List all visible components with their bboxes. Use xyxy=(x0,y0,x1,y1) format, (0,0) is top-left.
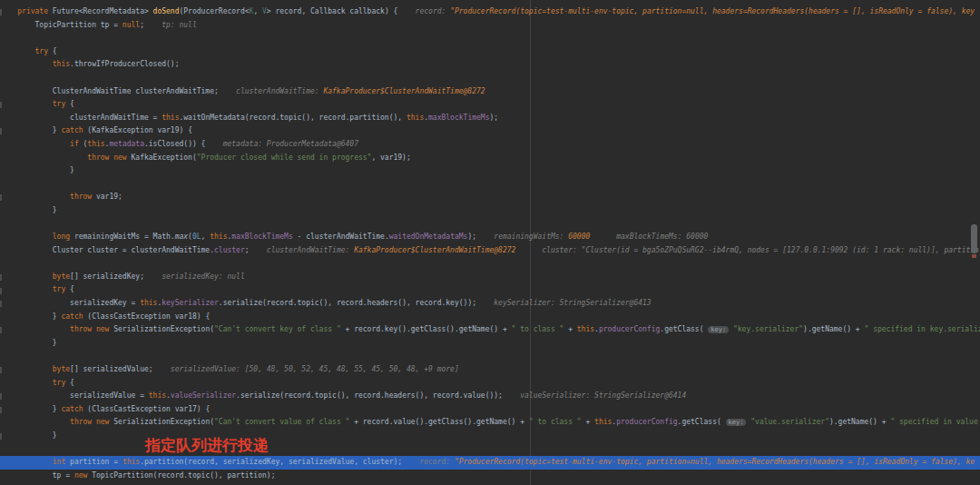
error-stripe-mark xyxy=(972,254,976,258)
code-token: { xyxy=(48,47,57,55)
debugger-inline-hint: serializedKey: null xyxy=(144,272,245,281)
debugger-inline-hint: serializedValue: [50, 48, 50, 52, 45, 48… xyxy=(153,365,459,373)
code-line[interactable]: this.throwIfProducerClosed(); xyxy=(0,58,980,72)
parameter-hint: key: xyxy=(726,419,747,426)
code-line[interactable]: byte[] serializedKey; serializedKey: nul… xyxy=(0,271,980,284)
code-token: " specified in value xyxy=(890,418,977,426)
code-token: " to class " xyxy=(512,325,564,333)
code-token: this xyxy=(87,140,104,148)
code-token: SerializationException( xyxy=(113,325,214,333)
code-token: serializedValue = xyxy=(0,391,149,400)
code-area[interactable]: private Future<RecordMetadata> doSend(Pr… xyxy=(0,5,980,482)
code-line[interactable]: long remainingWaitMs = Math.max(0L, this… xyxy=(0,231,980,244)
code-token: "Producer closed while send in progress" xyxy=(197,153,372,162)
code-token: " to class " xyxy=(529,418,582,426)
gutter-mark xyxy=(0,327,2,333)
gutter-mark xyxy=(0,433,2,440)
code-token: valueSerializer xyxy=(171,391,236,400)
code-token: this xyxy=(162,114,179,122)
code-line[interactable]: try { xyxy=(0,283,980,297)
debugger-inline-hint: record: xyxy=(402,458,455,466)
debugger-inline-hint: valueSerializer: StringSerializer@6414 xyxy=(503,391,686,400)
code-token xyxy=(0,193,70,201)
code-line[interactable]: Cluster cluster = clusterAndWaitTime.clu… xyxy=(0,244,980,258)
code-token: } xyxy=(0,206,57,214)
code-token xyxy=(0,325,70,333)
scrollbar-thumb[interactable] xyxy=(971,224,977,253)
annotation-text: 指定队列进行投递 xyxy=(145,435,269,456)
gutter-mark xyxy=(0,128,2,134)
code-line[interactable] xyxy=(0,257,980,271)
code-token xyxy=(0,153,87,162)
code-token: } xyxy=(0,405,61,413)
code-line[interactable]: try { xyxy=(0,45,980,59)
code-line[interactable] xyxy=(0,72,980,85)
code-token: this xyxy=(577,325,594,333)
gutter-mark xyxy=(0,102,2,108)
code-line[interactable]: } catch (KafkaException var19) { xyxy=(0,124,980,138)
code-line[interactable]: if (this.metadata.isClosed()) { metadata… xyxy=(0,138,980,152)
code-token: .throwIfProducerClosed(); xyxy=(70,60,179,68)
code-token: maxBlockTimeMs xyxy=(231,233,292,241)
code-token: try xyxy=(0,379,65,387)
code-token: TopicPartition(record.topic(), partition… xyxy=(87,471,275,480)
debugger-inline-hint: clusterAndWaitTime: xyxy=(250,246,355,254)
code-line[interactable]: TopicPartition tp = null; tp: null xyxy=(0,19,980,33)
code-token: partition = xyxy=(65,458,122,466)
code-token: this xyxy=(407,114,424,122)
code-token: } xyxy=(0,312,61,321)
code-line[interactable]: throw var19; xyxy=(0,191,980,204)
code-line[interactable]: } xyxy=(0,337,980,351)
code-token: } xyxy=(0,431,57,440)
code-token: + record.key().getClass().getName() + xyxy=(341,325,512,333)
code-line[interactable] xyxy=(0,178,980,192)
code-line[interactable]: private Future<RecordMetadata> doSend(Pr… xyxy=(0,5,980,19)
code-line[interactable]: try { xyxy=(0,98,980,112)
code-token: .getClass( xyxy=(660,325,708,333)
code-line[interactable]: throw new SerializationException("Can't … xyxy=(0,416,980,430)
code-line[interactable]: throw new KafkaException("Producer close… xyxy=(0,152,980,165)
code-token: TopicPartition tp = xyxy=(0,21,122,29)
code-line[interactable]: clusterAndWaitTime = this.waitOnMetadata… xyxy=(0,112,980,125)
gutter-mark xyxy=(0,274,2,281)
code-line[interactable] xyxy=(0,350,980,363)
code-token: .partition(record, serializedKey, serial… xyxy=(140,458,402,466)
code-token: throw new xyxy=(87,153,131,162)
code-editor[interactable]: private Future<RecordMetadata> doSend(Pr… xyxy=(0,0,980,485)
code-token: "Can't convert key of class " xyxy=(214,325,341,333)
code-line[interactable]: serializedKey = this.keySerializer.seria… xyxy=(0,297,980,311)
code-line[interactable]: } catch (ClassCastException var17) { xyxy=(0,403,980,417)
code-line[interactable]: byte[] serializedValue; serializedValue:… xyxy=(0,363,980,377)
code-token: Future<RecordMetadata> xyxy=(53,7,153,15)
gutter-mark xyxy=(0,301,2,307)
code-token: } xyxy=(0,166,74,174)
code-line[interactable]: serializedValue = this.valueSerializer.s… xyxy=(0,390,980,403)
execution-point-line[interactable]: int partition = this.partition(record, s… xyxy=(0,456,980,470)
code-line[interactable]: } catch (ClassCastException var18) { xyxy=(0,311,980,324)
code-line[interactable]: } xyxy=(0,164,980,178)
code-token: var19; xyxy=(92,193,122,201)
code-line[interactable] xyxy=(0,32,980,45)
code-token: "key.serializer" xyxy=(729,325,803,333)
code-token: this xyxy=(594,418,612,426)
debugger-inline-hint: tp: null xyxy=(144,21,197,29)
code-line[interactable]: ClusterAndWaitTime clusterAndWaitTime; c… xyxy=(0,85,980,99)
code-token: ).getName() + xyxy=(829,418,890,426)
code-token: .waitOnMetadata(record.topic(), record.p… xyxy=(179,114,406,122)
code-line[interactable]: } xyxy=(0,204,980,218)
code-token: .serialize(record.topic(), record.header… xyxy=(236,391,503,400)
code-token: ClusterAndWaitTime clusterAndWaitTime; xyxy=(0,87,219,95)
code-token: (ClassCastException var18) { xyxy=(83,312,211,321)
code-token: maxBlockTimeMs xyxy=(428,114,489,122)
code-line[interactable]: throw new SerializationException("Can't … xyxy=(0,323,980,337)
code-line[interactable]: try { xyxy=(0,377,980,391)
code-token: { xyxy=(65,100,74,108)
code-token: > record, Callback callback) { xyxy=(267,7,398,15)
code-token: this xyxy=(149,391,166,400)
code-token xyxy=(0,140,70,148)
code-token: try xyxy=(0,47,48,55)
code-line[interactable]: tp = new TopicPartition(record.topic(), … xyxy=(0,470,980,483)
gutter-mark xyxy=(0,367,2,373)
code-line[interactable] xyxy=(0,218,980,232)
code-token: "value.serializer" xyxy=(746,418,829,426)
